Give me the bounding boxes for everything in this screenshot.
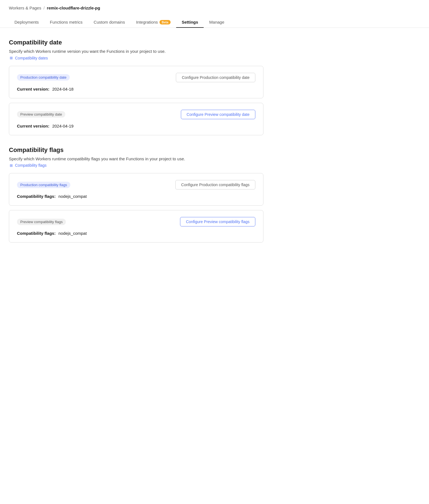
breadcrumb-separator: / xyxy=(43,6,44,10)
breadcrumb-parent[interactable]: Workers & Pages xyxy=(9,6,41,10)
preview-flags-badge: Preview compatibility flags xyxy=(17,219,66,225)
table-icon-flags: ⊞ xyxy=(9,163,13,168)
preview-date-card: Preview compatibility date Configure Pre… xyxy=(9,103,263,135)
compatibility-flags-section: Compatibility flags Specify which Worker… xyxy=(9,146,263,243)
compatibility-date-description: Specify which Workers runtime version yo… xyxy=(9,49,263,54)
preview-flags-card-header: Preview compatibility flags Configure Pr… xyxy=(17,217,255,226)
tab-functions-metrics[interactable]: Functions metrics xyxy=(44,17,88,28)
compatibility-flags-description: Specify which Workers runtime compatibil… xyxy=(9,156,263,161)
preview-date-version-value: 2024-04-19 xyxy=(52,124,74,128)
nav-tabs: Deployments Functions metrics Custom dom… xyxy=(0,13,429,28)
configure-preview-date-button[interactable]: Configure Preview compatibility date xyxy=(181,110,255,119)
breadcrumb-current: remix-cloudflare-drizzle-pg xyxy=(47,6,100,10)
preview-flags-row: Compatibility flags: nodejs_compat xyxy=(17,231,255,236)
preview-date-version-row: Current version: 2024-04-19 xyxy=(17,124,255,128)
preview-flags-value: nodejs_compat xyxy=(58,231,87,236)
table-icon: ⊞ xyxy=(9,56,13,60)
production-flags-label: Compatibility flags: xyxy=(17,194,56,199)
compatibility-dates-link[interactable]: ⊞ Compatibility dates xyxy=(9,56,48,60)
beta-badge: Beta xyxy=(159,20,171,24)
tab-integrations[interactable]: Integrations Beta xyxy=(131,17,176,28)
compatibility-date-section: Compatibility date Specify which Workers… xyxy=(9,39,263,135)
production-flags-badge: Production compatibility flags xyxy=(17,182,70,188)
production-flags-value: nodejs_compat xyxy=(58,194,87,199)
production-date-version-label: Current version: xyxy=(17,87,49,91)
compatibility-flags-title: Compatibility flags xyxy=(9,146,263,154)
tab-settings[interactable]: Settings xyxy=(176,17,204,28)
preview-flags-card: Preview compatibility flags Configure Pr… xyxy=(9,210,263,243)
preview-date-card-header: Preview compatibility date Configure Pre… xyxy=(17,110,255,119)
main-content: Compatibility date Specify which Workers… xyxy=(0,28,272,265)
preview-date-version-label: Current version: xyxy=(17,124,49,128)
production-date-card: Production compatibility date Configure … xyxy=(9,66,263,98)
configure-production-flags-button[interactable]: Configure Production compatibility flags xyxy=(175,180,255,189)
production-date-card-header: Production compatibility date Configure … xyxy=(17,73,255,82)
tab-custom-domains[interactable]: Custom domains xyxy=(88,17,131,28)
compatibility-flags-link[interactable]: ⊞ Compatibility flags xyxy=(9,163,47,168)
breadcrumb: Workers & Pages / remix-cloudflare-drizz… xyxy=(0,0,429,10)
production-flags-card: Production compatibility flags Configure… xyxy=(9,173,263,206)
production-date-version-row: Current version: 2024-04-18 xyxy=(17,87,255,91)
configure-preview-flags-button[interactable]: Configure Preview compatibility flags xyxy=(180,217,255,226)
preview-date-badge: Preview compatibility date xyxy=(17,111,65,118)
production-flags-card-header: Production compatibility flags Configure… xyxy=(17,180,255,189)
production-flags-row: Compatibility flags: nodejs_compat xyxy=(17,194,255,199)
compatibility-date-title: Compatibility date xyxy=(9,39,263,46)
production-date-badge: Production compatibility date xyxy=(17,74,70,81)
configure-production-date-button[interactable]: Configure Production compatibility date xyxy=(176,73,255,82)
tab-deployments[interactable]: Deployments xyxy=(9,17,44,28)
preview-flags-label: Compatibility flags: xyxy=(17,231,56,236)
tab-manage[interactable]: Manage xyxy=(204,17,230,28)
production-date-version-value: 2024-04-18 xyxy=(52,87,74,91)
